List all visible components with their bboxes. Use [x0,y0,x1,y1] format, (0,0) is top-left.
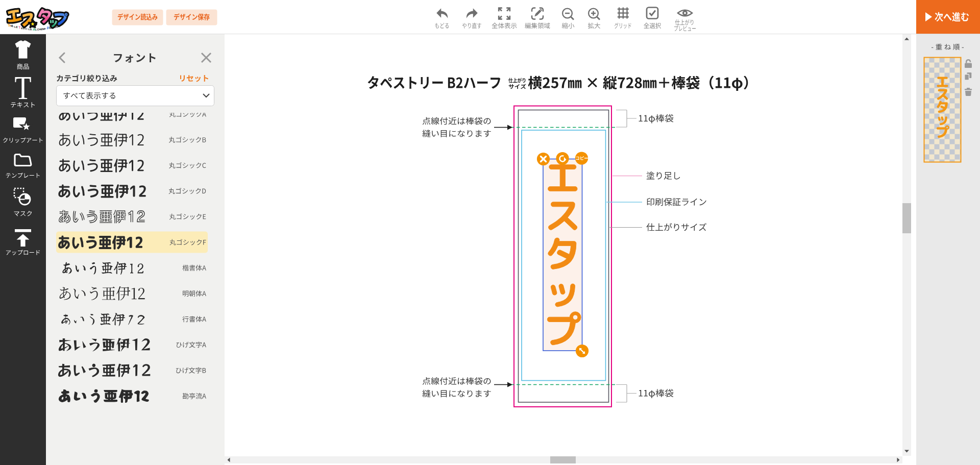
svg-text:T: T [14,69,31,106]
